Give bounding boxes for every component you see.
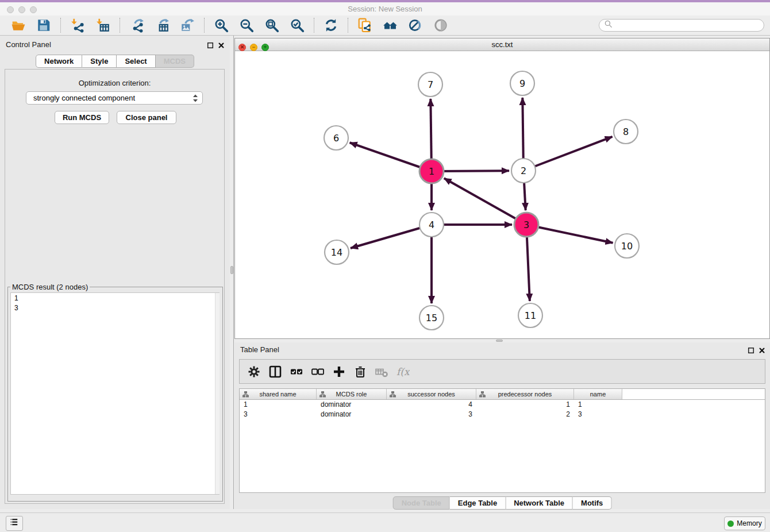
search-input[interactable] bbox=[613, 21, 759, 29]
save-session-icon[interactable] bbox=[36, 17, 52, 33]
edge-3-1[interactable] bbox=[444, 178, 526, 225]
node-6[interactable]: 6 bbox=[324, 126, 348, 150]
zoom-in-icon[interactable] bbox=[213, 17, 229, 33]
network-window-titlebar[interactable]: ✕−+ scc.txt bbox=[235, 38, 769, 51]
node-label: 7 bbox=[428, 79, 433, 90]
column-header-predecessor-nodes[interactable]: predecessor nodes bbox=[476, 389, 574, 399]
column-sort-icon[interactable] bbox=[242, 391, 249, 399]
close-table-panel-icon[interactable] bbox=[757, 346, 766, 354]
table-cell[interactable]: 2 bbox=[476, 410, 574, 419]
table-cell[interactable]: dominator bbox=[317, 400, 387, 410]
node-table: shared nameMCDS rolesuccessor nodesprede… bbox=[239, 388, 765, 493]
vertical-splitter-handle[interactable] bbox=[230, 266, 233, 274]
column-sort-icon[interactable] bbox=[390, 391, 396, 399]
column-header-name[interactable]: name bbox=[574, 389, 622, 399]
show-columns-icon[interactable] bbox=[267, 363, 284, 380]
column-header-MCDS-role[interactable]: MCDS role bbox=[317, 389, 387, 399]
level-of-detail-icon[interactable] bbox=[433, 17, 449, 33]
float-panel-icon[interactable] bbox=[206, 41, 214, 49]
tab-mcds[interactable]: MCDS bbox=[156, 55, 194, 68]
table-panel-tabs: Node TableEdge TableNetwork TableMotifs bbox=[393, 496, 612, 510]
table-row[interactable]: 1dominator411 bbox=[240, 400, 765, 410]
node-11[interactable]: 11 bbox=[518, 303, 542, 327]
node-2[interactable]: 2 bbox=[511, 159, 536, 183]
node-label: 3 bbox=[523, 219, 529, 230]
node-label: 15 bbox=[426, 313, 437, 323]
list-menu-icon bbox=[9, 517, 20, 530]
edge-2-8[interactable] bbox=[523, 137, 613, 171]
close-panel-icon[interactable] bbox=[217, 41, 225, 49]
apply-layout-icon[interactable] bbox=[323, 17, 339, 33]
column-label: successor nodes bbox=[407, 391, 455, 398]
tab-network[interactable]: Network bbox=[36, 55, 82, 68]
mcds-result-textarea[interactable]: 1 3 bbox=[10, 292, 220, 495]
zoom-selected-icon[interactable] bbox=[289, 17, 305, 33]
table-cell[interactable]: dominator bbox=[317, 410, 387, 419]
column-sort-icon[interactable] bbox=[479, 391, 486, 399]
table-cell[interactable]: 1 bbox=[476, 400, 574, 410]
node-9[interactable]: 9 bbox=[510, 71, 534, 95]
tab-motifs[interactable]: Motifs bbox=[573, 496, 611, 510]
table-cell[interactable]: 4 bbox=[387, 400, 476, 410]
select-all-rows-icon[interactable] bbox=[288, 363, 305, 380]
node-8[interactable]: 8 bbox=[614, 119, 638, 144]
tab-select[interactable]: Select bbox=[117, 55, 155, 68]
toolbar-separator bbox=[120, 18, 120, 33]
node-3[interactable]: 3 bbox=[514, 213, 538, 237]
import-network-icon[interactable] bbox=[70, 17, 86, 33]
edge-1-6[interactable] bbox=[350, 142, 432, 171]
table-row[interactable]: 3dominator323 bbox=[240, 410, 765, 419]
network-canvas[interactable]: 7968124314101511 bbox=[235, 51, 769, 338]
table-settings-icon[interactable] bbox=[245, 363, 263, 380]
table-cell[interactable]: 1 bbox=[240, 400, 317, 410]
tab-edge-table[interactable]: Edge Table bbox=[450, 496, 506, 510]
toolbar-group-5 bbox=[352, 17, 453, 33]
column-header-successor-nodes[interactable]: successor nodes bbox=[387, 389, 476, 399]
table-cell[interactable]: 3 bbox=[574, 410, 622, 419]
toolbar-separator bbox=[60, 18, 61, 33]
node-15[interactable]: 15 bbox=[419, 306, 444, 330]
zoom-fit-icon[interactable] bbox=[264, 17, 280, 33]
export-image-icon[interactable] bbox=[179, 17, 195, 33]
tab-node-table[interactable]: Node Table bbox=[393, 496, 450, 510]
horizontal-splitter-handle[interactable] bbox=[496, 340, 503, 342]
function-builder-icon: f(x) bbox=[394, 363, 411, 380]
node-10[interactable]: 10 bbox=[615, 234, 639, 258]
tab-style[interactable]: Style bbox=[82, 55, 117, 68]
edge-3-10[interactable] bbox=[526, 225, 613, 243]
run-mcds-button[interactable]: Run MCDS bbox=[55, 111, 109, 124]
status-bar: Memory bbox=[0, 512, 770, 532]
search-field[interactable] bbox=[599, 19, 764, 32]
vertical-splitter[interactable] bbox=[230, 36, 234, 509]
svg-text:f(x): f(x) bbox=[396, 366, 410, 377]
tab-network-table[interactable]: Network Table bbox=[506, 496, 573, 510]
column-sort-icon[interactable] bbox=[319, 391, 326, 399]
node-1[interactable]: 1 bbox=[419, 159, 444, 183]
export-network-icon[interactable] bbox=[129, 17, 145, 33]
node-label: 9 bbox=[519, 78, 525, 89]
zoom-out-icon[interactable] bbox=[238, 17, 255, 33]
import-table-icon[interactable] bbox=[95, 17, 111, 33]
node-7[interactable]: 7 bbox=[418, 72, 442, 97]
node-4[interactable]: 4 bbox=[419, 213, 444, 237]
memory-button[interactable]: Memory bbox=[724, 516, 765, 530]
open-session-icon[interactable] bbox=[10, 17, 26, 33]
mcds-result-scrollbar[interactable] bbox=[215, 293, 220, 494]
float-table-panel-icon[interactable] bbox=[746, 346, 755, 354]
column-header-shared-name[interactable]: shared name bbox=[240, 389, 317, 399]
node-14[interactable]: 14 bbox=[325, 240, 349, 264]
table-cell[interactable]: 3 bbox=[240, 410, 317, 419]
network-graph[interactable]: 7968124314101511 bbox=[235, 51, 769, 338]
table-cell[interactable]: 3 bbox=[387, 410, 476, 419]
criterion-select[interactable]: strongly connected component bbox=[26, 91, 203, 105]
toggle-style-icon[interactable] bbox=[407, 17, 424, 33]
clone-network-icon[interactable] bbox=[357, 17, 373, 33]
delete-column-icon[interactable] bbox=[352, 363, 369, 380]
deselect-all-rows-icon[interactable] bbox=[309, 363, 326, 380]
close-panel-button[interactable]: Close panel bbox=[117, 111, 176, 124]
ndex-home-icon[interactable] bbox=[382, 17, 398, 33]
add-column-icon[interactable] bbox=[330, 363, 348, 380]
export-table-icon[interactable] bbox=[154, 17, 170, 33]
table-cell[interactable]: 1 bbox=[574, 400, 622, 410]
status-menu-button[interactable] bbox=[6, 516, 23, 531]
